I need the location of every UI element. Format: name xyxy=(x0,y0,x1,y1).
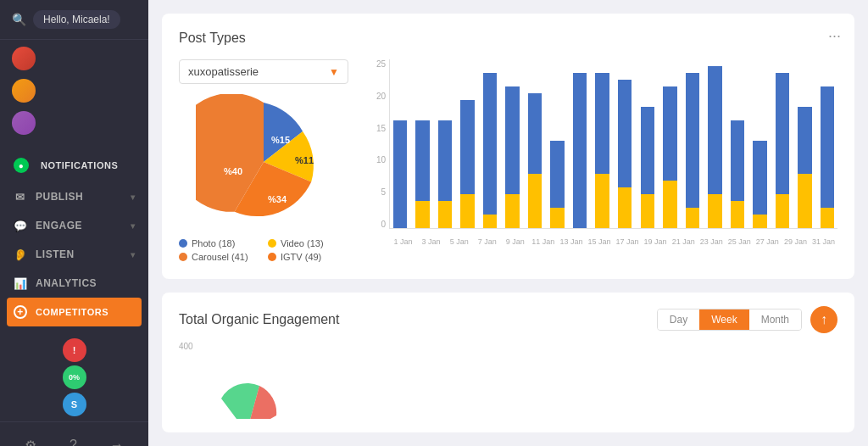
sidebar-bottom: ⚙ ? → xyxy=(0,421,148,446)
bar-group-1 xyxy=(413,59,433,228)
bar-yellow-16 xyxy=(753,215,766,228)
nav-items: ● NOTIFICATIONS ✉ PUBLISH ▾ 💬 ENGAGE ▾ 👂… xyxy=(0,142,148,333)
dropdown-arrow-icon: ▼ xyxy=(329,66,339,78)
x-label-4: 9 Jan xyxy=(501,237,529,246)
y-label-20: 20 xyxy=(376,92,386,101)
logout-icon[interactable]: → xyxy=(110,438,124,446)
profile-avatar-2 xyxy=(12,79,36,103)
bar-group-17 xyxy=(772,59,793,228)
profile-dropdown[interactable]: xuxopatisserie ▼ xyxy=(179,59,348,84)
notifications-badge: ● xyxy=(14,158,29,173)
bar-group-18 xyxy=(795,59,815,228)
sidebar-item-listen[interactable]: 👂 LISTEN ▾ xyxy=(0,240,148,269)
legend-dot-video xyxy=(268,239,276,248)
bar-yellow-7 xyxy=(550,208,564,228)
card-menu-icon[interactable]: ··· xyxy=(828,27,841,45)
bar-yellow-6 xyxy=(528,174,542,228)
bar-yellow-13 xyxy=(686,208,699,228)
x-label-14: 29 Jan xyxy=(782,237,810,246)
y-axis: 25 20 15 10 5 0 xyxy=(365,59,386,229)
y-label-0: 0 xyxy=(381,220,386,229)
sidebar-item-publish[interactable]: ✉ PUBLISH ▾ xyxy=(0,182,148,211)
search-icon[interactable]: 🔍 xyxy=(12,13,26,26)
legend-dot-photo xyxy=(179,239,187,248)
total-organic-body: 400 xyxy=(179,342,837,419)
alert-warning[interactable]: ! xyxy=(63,338,86,362)
total-organic-header: Total Organic Engagement Day Week Month … xyxy=(179,306,837,333)
tab-week[interactable]: Week xyxy=(699,309,748,330)
post-types-title: Post Types xyxy=(179,31,837,46)
x-label-2: 5 Jan xyxy=(445,237,473,246)
x-label-3: 7 Jan xyxy=(473,237,501,246)
pie-legend: Photo (18) Video (13) Carousel (41) IGTV… xyxy=(179,238,348,262)
x-label-0: 1 Jan xyxy=(389,237,417,246)
sidebar-item-competitors-label: COMPETITORS xyxy=(36,307,108,317)
bar-yellow-14 xyxy=(708,194,721,228)
bar-yellow-17 xyxy=(776,194,789,228)
bar-group-9 xyxy=(593,59,613,228)
bar-group-0 xyxy=(390,59,410,228)
bar-chart-section: 25 20 15 10 5 0 xyxy=(365,59,837,254)
sidebar-item-notifications[interactable]: ● NOTIFICATIONS xyxy=(0,150,148,181)
bar-group-5 xyxy=(503,59,523,228)
svg-text:%11: %11 xyxy=(295,155,314,165)
pie-chart: %15 %11 %34 %40 xyxy=(196,94,331,230)
bar-blue-18 xyxy=(798,107,811,175)
sidebar-item-analytics[interactable]: 📊 ANALYTICS xyxy=(0,269,148,298)
bar-blue-6 xyxy=(528,93,542,175)
x-label-11: 23 Jan xyxy=(698,237,726,246)
engage-chevron: ▾ xyxy=(131,221,136,231)
competitors-plus-icon: + xyxy=(14,305,27,319)
legend-carousel: Carousel (41) xyxy=(179,252,259,262)
y-label-15: 15 xyxy=(376,124,386,133)
alert-s[interactable]: S xyxy=(63,393,86,416)
legend-dot-carousel xyxy=(179,253,187,261)
tab-day[interactable]: Day xyxy=(658,309,699,330)
bottom-icons-row: ⚙ ? → xyxy=(0,431,148,446)
bar-blue-0 xyxy=(393,120,407,228)
settings-icon[interactable]: ⚙ xyxy=(25,438,36,446)
legend-dot-igtv xyxy=(268,253,276,261)
sidebar-item-engage[interactable]: 💬 ENGAGE ▾ xyxy=(0,211,148,240)
sidebar-item-engage-label: ENGAGE xyxy=(36,220,82,231)
tab-month[interactable]: Month xyxy=(749,309,801,330)
svg-text:%34: %34 xyxy=(268,194,287,204)
profile-row-1 xyxy=(0,43,148,74)
bar-group-2 xyxy=(435,59,455,228)
scroll-up-button[interactable]: ↑ xyxy=(810,306,837,333)
alert-percent[interactable]: 0% xyxy=(63,365,86,389)
bar-yellow-3 xyxy=(460,194,474,228)
bar-blue-13 xyxy=(686,73,699,208)
bar-group-12 xyxy=(660,59,681,228)
bar-blue-10 xyxy=(618,80,632,187)
bar-yellow-9 xyxy=(595,174,609,228)
x-label-7: 15 Jan xyxy=(585,237,613,246)
bar-yellow-4 xyxy=(483,215,497,228)
bar-group-15 xyxy=(727,59,748,228)
bar-yellow-19 xyxy=(821,208,834,228)
x-label-8: 17 Jan xyxy=(614,237,642,246)
sidebar: 🔍 Hello, Micaela! ● NOTIFICATIONS ✉ PUBL… xyxy=(0,0,148,446)
x-axis: 1 Jan3 Jan5 Jan7 Jan9 Jan11 Jan13 Jan15 … xyxy=(389,229,837,254)
bar-group-6 xyxy=(525,59,545,228)
x-label-5: 11 Jan xyxy=(529,237,557,246)
sidebar-header: 🔍 Hello, Micaela! xyxy=(0,0,148,40)
help-icon[interactable]: ? xyxy=(70,438,77,446)
x-label-6: 13 Jan xyxy=(557,237,585,246)
profile-avatar-1 xyxy=(12,47,36,70)
post-types-body: xuxopatisserie ▼ % xyxy=(179,59,837,262)
profile-row-2 xyxy=(0,75,148,106)
listen-chevron: ▾ xyxy=(131,250,136,259)
bar-blue-15 xyxy=(731,120,744,202)
bar-group-11 xyxy=(637,59,658,228)
legend-video: Video (13) xyxy=(268,238,348,248)
bottom-y-label: 400 xyxy=(179,342,193,351)
bar-blue-12 xyxy=(663,86,676,181)
y-label-25: 25 xyxy=(376,59,386,69)
y-label-10: 10 xyxy=(376,155,386,164)
legend-video-label: Video (13) xyxy=(281,238,324,248)
sidebar-item-competitors[interactable]: + COMPETITORS xyxy=(7,298,142,326)
bar-yellow-1 xyxy=(415,201,429,228)
profile-rows xyxy=(0,40,148,142)
bar-group-3 xyxy=(458,59,478,228)
